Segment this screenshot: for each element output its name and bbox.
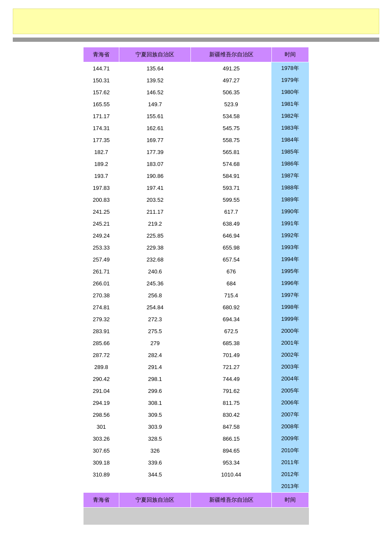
data-cell: 272.3 [119, 313, 191, 325]
data-cell: 523.9 [191, 98, 271, 110]
data-cell: 261.71 [84, 265, 119, 277]
data-cell: 266.01 [84, 277, 119, 289]
time-cell: 2013年 [271, 480, 308, 493]
data-cell: 298.56 [84, 409, 119, 421]
data-cell: 830.42 [191, 409, 271, 421]
time-cell: 2007年 [271, 409, 308, 421]
time-cell: 2006年 [271, 397, 308, 409]
table-header-row: 青海省 宁夏回族自治区 新疆维吾尔自治区 时间 [84, 47, 309, 62]
data-cell: 721.27 [191, 361, 271, 373]
data-cell: 289.8 [84, 361, 119, 373]
time-cell: 2012年 [271, 468, 308, 480]
empty-row-2 [84, 516, 309, 525]
data-cell: 1010.44 [191, 468, 271, 480]
time-cell: 2001年 [271, 337, 308, 349]
table-row: 310.89344.51010.442012年 [84, 468, 309, 480]
data-cell: 249.24 [84, 230, 119, 241]
time-cell: 2005年 [271, 385, 308, 397]
table-row: 261.71240.66761995年 [84, 265, 309, 277]
time-cell: 1982年 [271, 110, 308, 122]
table-row: 165.55149.7523.91981年 [84, 98, 309, 110]
table-row: 298.56309.5830.422007年 [84, 409, 309, 421]
data-cell: 203.52 [119, 194, 191, 206]
data-table: 青海省 宁夏回族自治区 新疆维吾尔自治区 时间 144.71135.64491.… [83, 47, 309, 525]
table-row: 2013年 [84, 480, 309, 493]
data-cell: 232.68 [119, 253, 191, 265]
table-row: 290.42298.1744.492004年 [84, 373, 309, 385]
col-footer-ningxia: 宁夏回族自治区 [119, 493, 191, 508]
data-cell: 177.39 [119, 146, 191, 158]
data-cell: 146.52 [119, 86, 191, 98]
data-cell: 245.21 [84, 218, 119, 230]
time-cell: 1986年 [271, 158, 308, 170]
data-cell: 257.49 [84, 253, 119, 265]
time-cell: 1981年 [271, 98, 308, 110]
table-row: 253.33229.38655.981993年 [84, 241, 309, 253]
table-row: 182.7177.39565.811985年 [84, 146, 309, 158]
time-cell: 1989年 [271, 194, 308, 206]
time-cell: 1996年 [271, 277, 308, 289]
data-cell: 162.61 [119, 122, 191, 134]
data-cell: 339.6 [119, 456, 191, 468]
empty-row-1 [84, 508, 309, 516]
data-cell [84, 480, 119, 493]
time-cell: 1994年 [271, 253, 308, 265]
time-cell: 1980年 [271, 86, 308, 98]
time-cell: 1993年 [271, 241, 308, 253]
table-row: 285.66279685.382001年 [84, 337, 309, 349]
time-cell: 2004年 [271, 373, 308, 385]
data-cell: 193.7 [84, 170, 119, 182]
data-cell: 791.62 [191, 385, 271, 397]
yellow-header-bar [13, 9, 379, 34]
data-cell: 241.25 [84, 206, 119, 218]
time-cell: 2002年 [271, 349, 308, 361]
data-cell: 584.91 [191, 170, 271, 182]
table-row: 197.83197.41593.711988年 [84, 182, 309, 194]
data-cell: 593.71 [191, 182, 271, 194]
table-row: 189.2183.07574.681986年 [84, 158, 309, 170]
col-header-ningxia: 宁夏回族自治区 [119, 47, 191, 62]
time-cell: 1979年 [271, 74, 308, 86]
data-cell: 326 [119, 445, 191, 456]
time-cell: 2011年 [271, 456, 308, 468]
data-cell [119, 480, 191, 493]
table-row: 287.72282.4701.492002年 [84, 349, 309, 361]
data-cell: 229.38 [119, 241, 191, 253]
col-header-xinjiang: 新疆维吾尔自治区 [191, 47, 271, 62]
data-cell: 638.49 [191, 218, 271, 230]
data-cell: 139.52 [119, 74, 191, 86]
data-cell: 270.38 [84, 289, 119, 301]
time-cell: 1998年 [271, 301, 308, 313]
data-cell: 694.34 [191, 313, 271, 325]
time-cell: 1991年 [271, 218, 308, 230]
data-cell: 240.6 [119, 265, 191, 277]
data-cell: 197.83 [84, 182, 119, 194]
table-row: 270.38256.8715.41997年 [84, 289, 309, 301]
data-cell: 646.94 [191, 230, 271, 241]
data-cell: 149.7 [119, 98, 191, 110]
data-cell: 155.61 [119, 110, 191, 122]
data-cell: 685.38 [191, 337, 271, 349]
table-row: 174.31162.61545.751983年 [84, 122, 309, 134]
data-cell: 177.35 [84, 134, 119, 146]
data-cell [191, 480, 271, 493]
data-cell: 715.4 [191, 289, 271, 301]
time-cell: 1978年 [271, 62, 308, 75]
table-row: 291.04299.6791.622005年 [84, 385, 309, 397]
data-cell: 744.49 [191, 373, 271, 385]
col-header-qinghai: 青海省 [84, 47, 119, 62]
data-cell: 303.26 [84, 433, 119, 445]
data-cell: 211.17 [119, 206, 191, 218]
table-row: 274.81254.84680.921998年 [84, 301, 309, 313]
data-cell: 506.35 [191, 86, 271, 98]
table-row: 150.31139.52497.271979年 [84, 74, 309, 86]
data-cell: 254.84 [119, 301, 191, 313]
data-cell: 491.25 [191, 62, 271, 75]
table-row: 249.24225.85646.941992年 [84, 230, 309, 241]
data-cell: 811.75 [191, 397, 271, 409]
data-cell: 574.68 [191, 158, 271, 170]
data-cell: 275.5 [119, 325, 191, 337]
data-cell: 309.5 [119, 409, 191, 421]
table-row: 157.62146.52506.351980年 [84, 86, 309, 98]
table-row: 303.26328.5866.152009年 [84, 433, 309, 445]
